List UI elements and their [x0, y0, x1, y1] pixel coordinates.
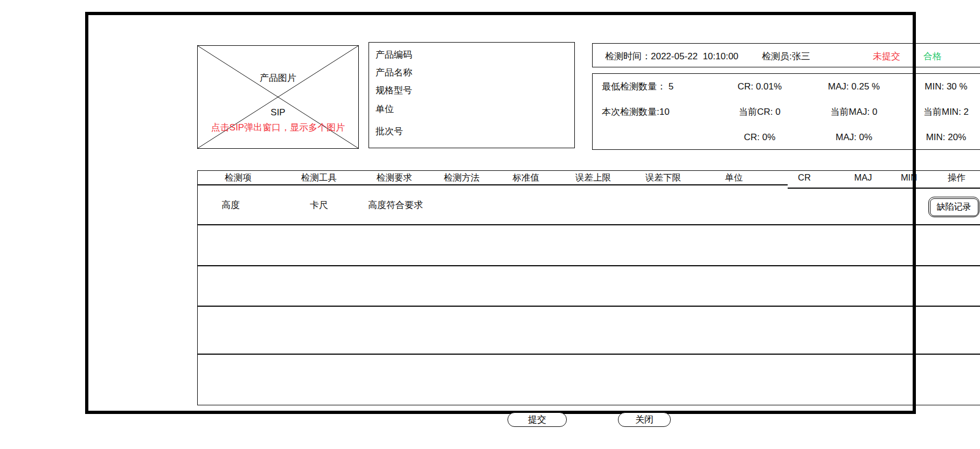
stat-min-inspect-qty: 最低检测数量： 5: [593, 80, 717, 93]
status-unsubmitted: 未提交: [873, 50, 900, 63]
col-header-min: MIN: [887, 172, 930, 183]
col-header-upper-limit: 误差上限: [558, 172, 629, 184]
cell-tool: 卡尺: [279, 199, 359, 211]
submit-button[interactable]: 提交: [508, 412, 567, 427]
inspection-items-table: 检测项 检测工具 检测要求 检测方法 标准值 误差上限 误差下限 单位 CR M…: [197, 170, 980, 405]
field-label-product-code: 产品编码: [376, 49, 412, 61]
col-header-tool: 检测工具: [279, 172, 359, 184]
table-row-height-check[interactable]: 高度 卡尺 高度符合要求 缺陷记录: [198, 186, 980, 224]
stat-min-limit: MIN: 30 %: [905, 81, 980, 92]
stat-maj-limit: MAJ: 0.25 %: [803, 81, 905, 92]
inspection-time: 检测时间：2022-05-22 10:10:00: [605, 50, 739, 63]
col-header-unit: 单位: [698, 172, 770, 184]
stat-current-cr: 当前CR: 0: [717, 106, 803, 118]
cell-item: 高度: [198, 199, 279, 211]
stat-min-rate: MIN: 20%: [905, 132, 980, 143]
sip-hint-text: 点击SIP弹出窗口，显示多个图片: [198, 121, 358, 134]
header-divider-left: [198, 184, 788, 185]
status-qualified: 合格: [923, 50, 942, 63]
table-row-divider: [198, 265, 980, 266]
table-row-divider: [198, 354, 980, 355]
stat-current-maj: 当前MAJ: 0: [803, 106, 905, 118]
col-header-standard: 标准值: [494, 172, 558, 184]
stat-cr-limit: CR: 0.01%: [717, 81, 803, 92]
table-header-row: 检测项 检测工具 检测要求 检测方法 标准值 误差上限 误差下限 单位 CR M…: [198, 171, 980, 184]
stat-maj-rate: MAJ: 0%: [803, 132, 905, 143]
cell-requirement: 高度符合要求: [359, 199, 429, 211]
product-image-label: 产品图片: [198, 72, 358, 84]
stat-current-min: 当前MIN: 2: [905, 106, 980, 118]
close-button[interactable]: 关闭: [618, 412, 671, 427]
defect-record-button-outline: 缺陷记录: [928, 197, 979, 217]
field-label-unit: 单位: [376, 103, 394, 115]
table-row-divider: [198, 306, 980, 307]
dialog-window-frame: 产品图片 SIP 点击SIP弹出窗口，显示多个图片 产品编码 产品名称 规格型号…: [85, 12, 916, 414]
field-label-product-name: 产品名称: [376, 66, 412, 79]
product-info-panel: 产品编码 产品名称 规格型号 单位 批次号: [369, 42, 575, 148]
stat-cr-rate: CR: 0%: [717, 132, 803, 143]
inspection-header-strip: 检测时间：2022-05-22 10:10:00 检测员:张三 未提交 合格: [592, 43, 980, 67]
col-header-lower-limit: 误差下限: [629, 172, 698, 184]
product-image-placeholder[interactable]: 产品图片 SIP 点击SIP弹出窗口，显示多个图片: [197, 45, 359, 149]
field-label-batch-number: 批次号: [376, 125, 403, 137]
inspection-stats-panel: 最低检测数量： 5 CR: 0.01% MAJ: 0.25 % MIN: 30 …: [592, 73, 980, 150]
table-row-divider: [198, 224, 980, 225]
defect-record-button[interactable]: 缺陷记录: [930, 198, 978, 216]
col-header-item: 检测项: [198, 172, 279, 184]
sip-link[interactable]: SIP: [198, 107, 358, 118]
stat-current-qty: 本次检测数量:10: [593, 106, 717, 118]
col-header-method: 检测方法: [429, 172, 494, 184]
inspector-name: 检测员:张三: [762, 50, 810, 63]
col-header-action: 操作: [930, 172, 980, 184]
col-header-cr: CR: [770, 172, 839, 183]
field-label-spec-model: 规格型号: [376, 84, 412, 96]
col-header-maj: MAJ: [839, 172, 887, 183]
col-header-requirement: 检测要求: [359, 172, 429, 184]
inspection-dialog-screenshot: 产品图片 SIP 点击SIP弹出窗口，显示多个图片 产品编码 产品名称 规格型号…: [0, 0, 980, 449]
